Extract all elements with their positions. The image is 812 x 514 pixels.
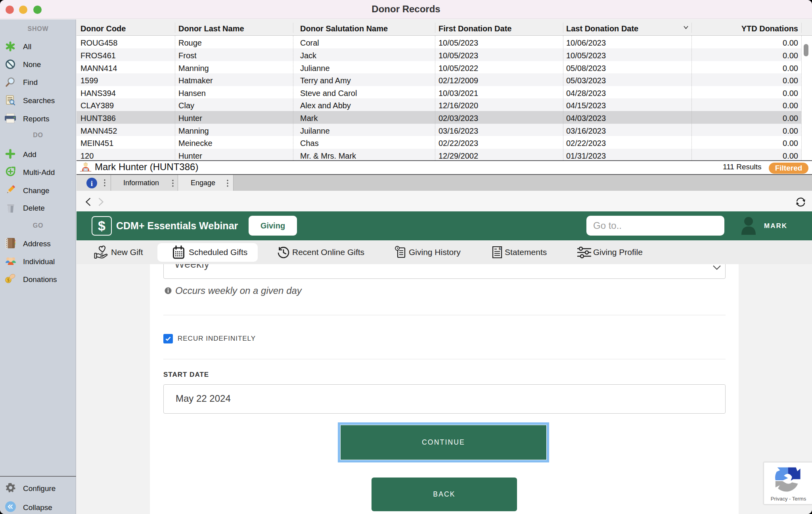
svg-text:$: $ <box>7 278 10 282</box>
svg-text:$: $ <box>499 247 501 251</box>
svg-text:i: i <box>91 179 93 188</box>
